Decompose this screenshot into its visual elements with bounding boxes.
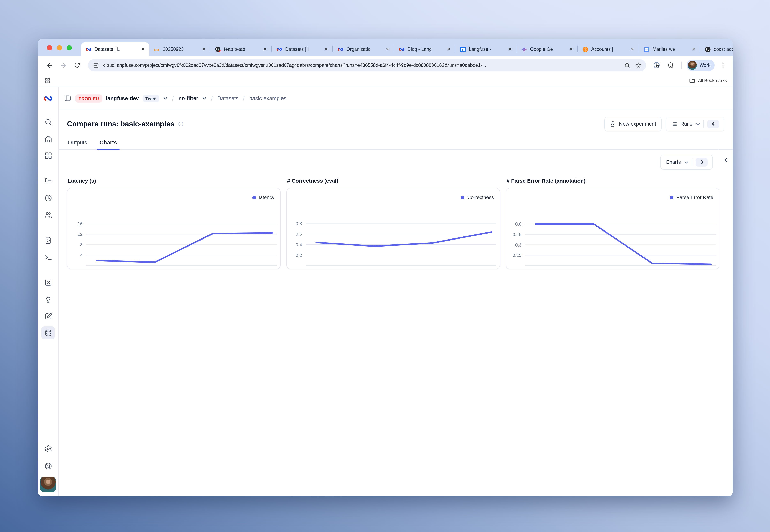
close-tab-icon[interactable]: ✕ — [323, 46, 329, 52]
sidebar-item-home[interactable] — [41, 132, 55, 145]
sidebar-item-settings[interactable] — [41, 442, 55, 455]
browser-tab[interactable]: docs: add g✕ — [700, 42, 733, 56]
password-manager-icon[interactable] — [651, 60, 663, 71]
extensions-icon[interactable] — [665, 60, 677, 71]
sidebar-item-prompts[interactable] — [41, 234, 55, 247]
browser-tab[interactable]: Datasets | l✕ — [272, 42, 332, 56]
browser-window: Datasets | L✕co20250923✕feat(io-tab✕Data… — [38, 39, 733, 496]
sidebar-item-sessions[interactable] — [41, 191, 55, 204]
button-separator — [692, 158, 692, 166]
sidebar-bottom — [40, 442, 56, 496]
langfuse-favicon-icon — [398, 46, 405, 53]
tab-charts[interactable]: Charts — [99, 137, 118, 149]
org-name[interactable]: langfuse-dev — [106, 95, 139, 101]
langfuse-logo[interactable] — [43, 87, 53, 110]
browser-tab[interactable]: feat(io-tab✕ — [211, 42, 271, 56]
minimize-window-button[interactable] — [57, 45, 62, 50]
sidebar-item-tracing[interactable] — [41, 174, 55, 188]
browser-tab[interactable]: Google Ge✕ — [516, 42, 577, 56]
sidebar-toggle-icon[interactable] — [64, 94, 71, 102]
browser-toolbar: cloud.langfuse.com/project/cmfwgv8fx002o… — [38, 56, 733, 74]
address-bar[interactable]: cloud.langfuse.com/project/cmfwgv8fx002o… — [88, 59, 646, 71]
runs-button[interactable]: Runs 4 — [666, 117, 724, 131]
close-tab-icon[interactable]: ✕ — [446, 46, 452, 52]
close-tab-icon[interactable]: ✕ — [385, 46, 390, 52]
close-window-button[interactable] — [47, 45, 52, 50]
chart-title: # Parse Error Rate (annotation) — [507, 178, 719, 184]
profile-name: Work — [700, 63, 710, 68]
info-icon[interactable] — [178, 121, 183, 127]
browser-tab[interactable]: 6Langfuse -✕ — [455, 42, 516, 56]
sidebar-item-insights[interactable] — [41, 293, 55, 306]
toolbar-separator — [682, 62, 682, 69]
bookmark-star-icon[interactable] — [636, 62, 642, 69]
runs-label: Runs — [681, 121, 692, 127]
new-experiment-button[interactable]: New experiment — [605, 117, 662, 131]
reload-button[interactable] — [71, 60, 83, 71]
breadcrumb-dataset-link[interactable]: basic-examples — [249, 95, 286, 101]
browser-tab[interactable]: Datasets | L✕ — [81, 42, 149, 56]
tab-strip: Datasets | L✕co20250923✕feat(io-tab✕Data… — [38, 39, 733, 56]
zoom-window-button[interactable] — [67, 45, 72, 50]
sidebar-item-users[interactable] — [41, 208, 55, 221]
charts-dropdown-button[interactable]: Charts 3 — [660, 155, 713, 170]
legend-dot-icon — [252, 196, 256, 199]
close-tab-icon[interactable]: ✕ — [691, 46, 697, 52]
chevron-down-icon — [163, 96, 167, 101]
user-avatar[interactable] — [40, 477, 56, 492]
chevron-left-icon — [723, 157, 729, 162]
page-tabs: OutputsCharts — [59, 135, 733, 150]
sidebar-item-datasets[interactable] — [41, 326, 55, 339]
collapse-panel-button[interactable] — [721, 155, 731, 165]
svg-text:0.6: 0.6 — [296, 232, 302, 237]
breadcrumb-datasets-link[interactable]: Datasets — [218, 95, 239, 101]
tab-title: Organizatio — [346, 47, 382, 52]
page-title: Compare runs: basic-examples — [67, 120, 174, 128]
browser-tab[interactable]: Accounts |✕ — [578, 42, 639, 56]
line-chart: 0.20.40.60.8 — [287, 188, 500, 269]
sidebar-item-dashboard[interactable] — [41, 149, 55, 162]
github-favicon-icon — [704, 46, 711, 53]
environment-badge: PROD-EU — [75, 94, 102, 102]
browser-tab[interactable]: Marlies we✕ — [639, 42, 700, 56]
chart-card: 0.150.30.450.6Parse Error Rate — [506, 188, 720, 269]
right-rail — [719, 150, 733, 496]
browser-tab[interactable]: co20250923✕ — [149, 42, 210, 56]
all-bookmarks-button[interactable]: All Bookmarks — [689, 77, 727, 84]
close-tab-icon[interactable]: ✕ — [568, 46, 574, 52]
site-settings-icon[interactable] — [93, 62, 99, 68]
project-switcher[interactable] — [202, 96, 207, 101]
project-name[interactable]: no-filter — [178, 95, 198, 101]
browser-profile-chip[interactable]: Work — [687, 60, 715, 71]
sidebar-item-playground[interactable] — [41, 250, 55, 264]
tab-title: docs: add g — [714, 47, 733, 52]
browser-menu-button[interactable] — [717, 60, 729, 71]
browser-tab[interactable]: Organizatio✕ — [333, 42, 394, 56]
browser-tab[interactable]: Blog - Lang✕ — [394, 42, 455, 56]
sidebar-item-support[interactable] — [41, 459, 55, 472]
sidebar-item-annotation[interactable] — [41, 310, 55, 323]
insights-icon — [44, 295, 52, 303]
orange-favicon-icon — [582, 46, 589, 53]
legend-label: Correctness — [467, 195, 494, 200]
svg-text:0.15: 0.15 — [512, 253, 521, 258]
sidebar-item-search[interactable] — [41, 115, 55, 128]
org-plan-badge: Team — [142, 95, 159, 102]
close-tab-icon[interactable]: ✕ — [630, 46, 635, 52]
close-tab-icon[interactable]: ✕ — [201, 46, 207, 52]
close-tab-icon[interactable]: ✕ — [507, 46, 513, 52]
apps-grid-icon[interactable] — [44, 77, 50, 84]
back-button[interactable] — [44, 60, 55, 71]
close-tab-icon[interactable]: ✕ — [140, 46, 146, 52]
forward-button[interactable] — [57, 60, 69, 71]
svg-text:0.3: 0.3 — [515, 242, 521, 248]
chart-legend: Parse Error Rate — [670, 195, 713, 200]
sidebar-item-evaluation[interactable] — [41, 276, 55, 289]
tab-outputs[interactable]: Outputs — [67, 137, 88, 149]
tab-title: feat(io-tab — [224, 47, 259, 52]
flask-icon — [610, 121, 616, 127]
close-tab-icon[interactable]: ✕ — [262, 46, 268, 52]
org-switcher[interactable] — [163, 96, 167, 101]
zoom-page-icon[interactable] — [624, 62, 631, 68]
chart-card: 481216latency — [67, 188, 281, 269]
